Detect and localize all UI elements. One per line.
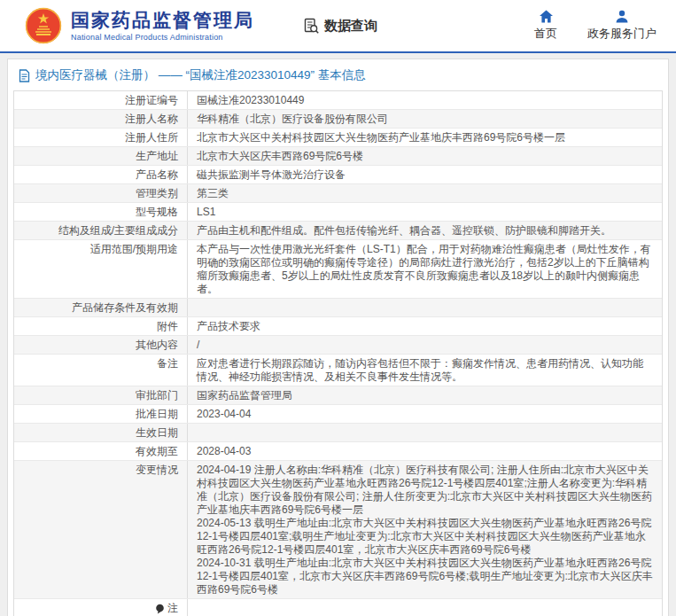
data-query-nav[interactable]: 数据查询: [303, 18, 377, 35]
row-value: 2024-04-19 注册人名称由:华科精准（北京）医疗科技有限公司; 注册人住…: [188, 461, 662, 598]
row-value: 磁共振监测半导体激光治疗设备: [188, 166, 662, 183]
row-value: 2023-04-04: [188, 405, 662, 423]
row-label: 批准日期: [14, 405, 188, 423]
header-accent-line: [0, 51, 676, 53]
page-title: 境内医疗器械（注册） —— “国械注准20233010449” 基本信息: [8, 59, 668, 90]
nav-home[interactable]: 首页: [534, 10, 557, 42]
row-label: 结构及组成/主要组成成分: [14, 222, 188, 239]
content-panel: 境内医疗器械（注册） —— “国械注准20233010449” 基本信息 注册证…: [7, 58, 669, 616]
row-label: 附件: [14, 317, 188, 335]
top-nav: 首页 政务服务门户: [534, 10, 657, 42]
row-value: 应对患者进行长期跟踪随访，随访内容包括但不限于：癫痫发作情况、患者用药情况、认知…: [188, 355, 662, 386]
row-value: 2028-04-03: [188, 442, 662, 460]
table-row: 变更情况2024-04-19 注册人名称由:华科精准（北京）医疗科技有限公司; …: [14, 461, 662, 599]
table-row: 备注应对患者进行长期跟踪随访，随访内容包括但不限于：癫痫发作情况、患者用药情况、…: [14, 355, 662, 386]
table-row: 其他内容/: [14, 336, 662, 355]
user-icon: [615, 10, 629, 23]
row-value: 国械注准20233010449: [188, 91, 662, 109]
table-row: 生效日期: [14, 424, 662, 442]
row-value: [188, 299, 662, 316]
table-row: 管理类别第三类: [14, 184, 662, 203]
row-value: LS1: [188, 203, 662, 221]
table-row: 生产地址北京市大兴区庆丰西路69号院6号楼: [14, 147, 662, 166]
table-row: 结构及组成/主要组成成分产品由主机和配件组成。配件包括传输光纤、耦合器、遥控联锁…: [14, 222, 662, 240]
table-row: 产品储存条件及有效期: [14, 299, 662, 317]
row-label: 产品名称: [14, 166, 188, 183]
note-icon: [155, 604, 165, 614]
row-value: 产品技术要求: [188, 317, 662, 335]
table-row: 型号规格LS1: [14, 203, 662, 222]
row-value: 北京市大兴区庆丰西路69号院6号楼: [188, 147, 662, 165]
registration-info-table: 注册证编号国械注准20233010449 注册人名称华科精准（北京）医疗设备股份…: [13, 90, 663, 616]
row-value: 华科精准（北京）医疗设备股份有限公司: [188, 110, 662, 128]
nav-gov-portal[interactable]: 政务服务门户: [587, 10, 657, 42]
table-row: 适用范围/预期用途本产品与一次性使用激光光纤套件（LS-T1）配合，用于对药物难…: [14, 240, 662, 299]
data-query-label: 数据查询: [324, 18, 377, 35]
row-label: 型号规格: [14, 203, 188, 221]
row-value: 本产品与一次性使用激光光纤套件（LS-T1）配合，用于对药物难治性癫痫患者（局灶…: [188, 240, 662, 298]
row-label: 生产地址: [14, 147, 188, 165]
nav-gov-portal-label: 政务服务门户: [587, 26, 657, 42]
row-label: 注: [167, 602, 178, 615]
data-query-icon: [303, 18, 320, 35]
table-row: 附件产品技术要求: [14, 317, 662, 336]
table-row: 批准日期2023-04-04: [14, 405, 662, 424]
row-label: 审批部门: [14, 386, 188, 404]
row-label: 注册证编号: [14, 91, 188, 109]
agency-logo: 国家药品监督管理局 National Medical Products Admi…: [25, 7, 254, 44]
row-label: 有效期至: [14, 442, 188, 460]
table-row: 注册人名称华科精准（北京）医疗设备股份有限公司: [14, 110, 662, 129]
table-row: 审批部门国家药品监督管理局: [14, 386, 662, 405]
home-icon: [539, 10, 554, 23]
row-label: 注册人住所: [14, 129, 188, 146]
row-value: 产品由主机和配件组成。配件包括传输光纤、耦合器、遥控联锁、防护眼镜和脚踏开关。: [188, 222, 662, 239]
row-label: 其他内容: [14, 336, 188, 354]
document-icon: [19, 69, 30, 82]
table-row: 注册人住所北京市大兴区中关村科技园区大兴生物医药产业基地庆丰西路69号院6号楼一…: [14, 129, 662, 147]
row-value: /: [188, 336, 662, 354]
table-row: 产品名称磁共振监测半导体激光治疗设备: [14, 166, 662, 184]
agency-subtitle: National Medical Products Administration: [71, 33, 254, 42]
row-label: 生效日期: [14, 424, 188, 441]
table-row-note: 注 详情: [14, 599, 662, 616]
row-label: 管理类别: [14, 184, 188, 202]
table-row: 有效期至2028-04-03: [14, 442, 662, 461]
row-label: 产品储存条件及有效期: [14, 299, 188, 316]
national-emblem-icon: [25, 7, 62, 44]
agency-title: 国家药品监督管理局: [71, 10, 254, 31]
row-value: [188, 424, 662, 441]
site-header: 国家药品监督管理局 National Medical Products Admi…: [0, 0, 676, 51]
row-label: 备注: [14, 355, 188, 386]
page: 国家药品监督管理局 National Medical Products Admi…: [0, 0, 676, 616]
row-label: 适用范围/预期用途: [14, 240, 188, 298]
nav-home-label: 首页: [534, 26, 557, 42]
row-label: 变更情况: [14, 461, 188, 598]
page-title-text: 境内医疗器械（注册） —— “国械注准20233010449” 基本信息: [35, 67, 366, 83]
table-row: 注册证编号国械注准20233010449: [14, 91, 662, 110]
row-label: 注册人名称: [14, 110, 188, 128]
row-value: 国家药品监督管理局: [188, 386, 662, 404]
row-value: 北京市大兴区中关村科技园区大兴生物医药产业基地庆丰西路69号院6号楼一层: [188, 129, 662, 146]
row-value: 第三类: [188, 184, 662, 202]
